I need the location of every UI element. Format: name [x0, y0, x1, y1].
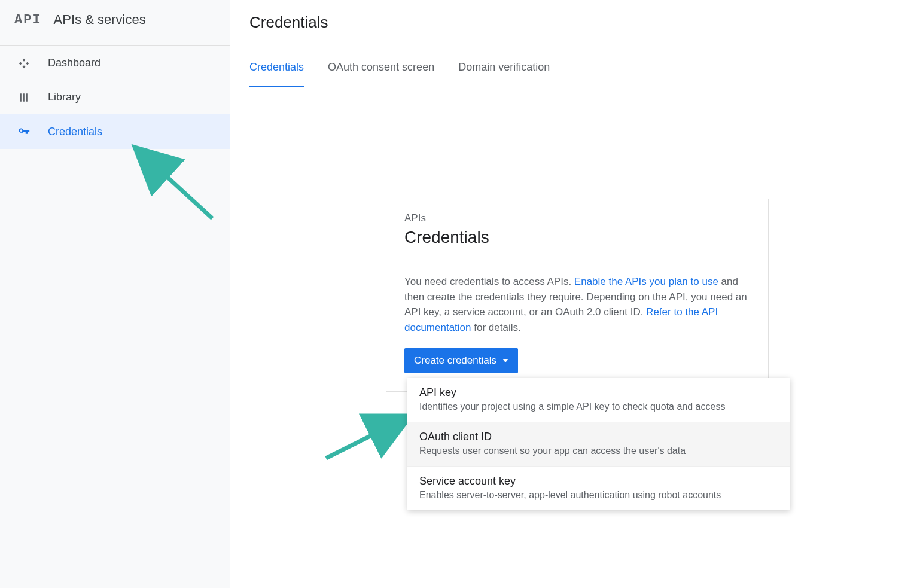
tab-domain-verification[interactable]: Domain verification [458, 44, 550, 87]
dropdown-item-service-account[interactable]: Service account key Enables server-to-se… [407, 466, 790, 510]
card-title: Credentials [404, 228, 750, 247]
sidebar-item-label: Dashboard [48, 57, 100, 69]
svg-line-0 [326, 419, 404, 458]
sidebar-item-label: Credentials [48, 126, 102, 138]
dropdown-item-desc: Identifies your project using a simple A… [419, 401, 778, 412]
sidebar-item-credentials[interactable]: Credentials [0, 114, 230, 149]
sidebar-item-library[interactable]: Library [0, 80, 230, 114]
card-text-part: You need credentials to access APIs. [404, 276, 574, 287]
sidebar-title: APIs & services [54, 12, 146, 28]
dropdown-item-desc: Enables server-to-server, app-level auth… [419, 490, 778, 501]
main-content: Credentials Credentials OAuth consent sc… [230, 0, 920, 588]
key-icon [17, 125, 31, 138]
content-area: APIs Credentials You need credentials to… [230, 87, 920, 588]
card-text-part: for details. [471, 322, 521, 333]
page-title: Credentials [249, 13, 901, 32]
create-credentials-label: Create credentials [414, 355, 496, 367]
diamond-icon [17, 57, 31, 69]
dropdown-item-oauth-client[interactable]: OAuth client ID Requests user consent so… [407, 422, 790, 466]
tab-oauth-consent[interactable]: OAuth consent screen [328, 44, 434, 87]
sidebar-nav: Dashboard Library Credentials [0, 46, 230, 149]
library-icon [17, 92, 31, 103]
dropdown-item-title: OAuth client ID [419, 431, 778, 443]
card-body: You need credentials to access APIs. Ena… [386, 258, 768, 391]
credentials-card: APIs Credentials You need credentials to… [386, 199, 769, 392]
sidebar-header: API APIs & services [0, 0, 230, 46]
dropdown-item-desc: Requests user consent so your app can ac… [419, 446, 778, 456]
card-description: You need credentials to access APIs. Ena… [404, 274, 750, 335]
card-eyebrow: APIs [404, 212, 750, 224]
tabs: Credentials OAuth consent screen Domain … [230, 44, 920, 87]
dropdown-item-api-key[interactable]: API key Identifies your project using a … [407, 378, 790, 422]
create-credentials-button[interactable]: Create credentials [404, 348, 518, 373]
create-credentials-dropdown: API key Identifies your project using a … [407, 378, 790, 510]
dropdown-item-title: Service account key [419, 475, 778, 488]
main-header: Credentials [230, 0, 920, 44]
sidebar-item-dashboard[interactable]: Dashboard [0, 46, 230, 80]
api-logo: API [14, 13, 42, 28]
tab-credentials[interactable]: Credentials [249, 44, 304, 87]
dropdown-item-title: API key [419, 386, 778, 399]
enable-apis-link[interactable]: Enable the APIs you plan to use [574, 276, 718, 287]
sidebar: API APIs & services Dashboard Library [0, 0, 230, 588]
chevron-down-icon [502, 359, 508, 362]
sidebar-item-label: Library [48, 91, 81, 103]
card-header: APIs Credentials [386, 199, 768, 258]
